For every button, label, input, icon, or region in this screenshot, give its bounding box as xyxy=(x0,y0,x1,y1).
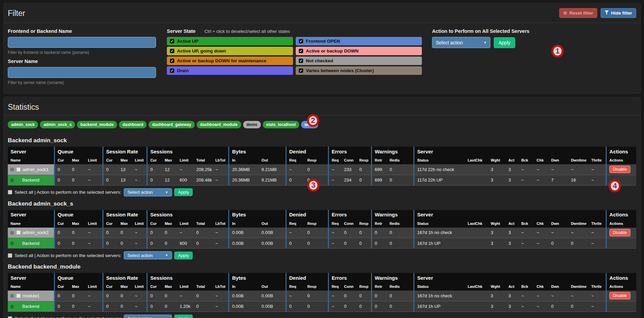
stat-cell: 233 xyxy=(341,164,356,175)
stat-cell: ~ xyxy=(132,175,147,185)
server-state-toggle-label: Active UP, going down xyxy=(177,48,226,54)
stat-cell: 0 xyxy=(147,164,162,175)
column-subheader: Cur xyxy=(147,219,162,228)
action-select[interactable]: Select action ▼ xyxy=(432,37,490,48)
server-state-toggle[interactable]: ✓Active or backup DOWN xyxy=(296,47,422,55)
row-checkbox[interactable] xyxy=(16,167,21,172)
stat-cell xyxy=(465,238,488,249)
row-apply-button[interactable]: Apply xyxy=(174,252,193,259)
expand-icon[interactable]: ⊞ xyxy=(10,293,14,298)
backend-badge[interactable]: stats_localhost xyxy=(263,121,299,128)
stat-cell: 0.00B xyxy=(229,291,259,301)
stat-cell: ~ xyxy=(132,301,147,312)
column-subheader: Dwntime xyxy=(568,156,588,164)
column-subheader: Cur xyxy=(103,156,118,164)
backend-heading: Backend admin_sock_s xyxy=(8,200,636,207)
backend-badge[interactable]: dashboard_module xyxy=(197,121,241,128)
column-subheader: Total xyxy=(194,219,213,228)
server-name-label: Backend xyxy=(22,304,45,309)
disable-button[interactable]: Disable xyxy=(609,292,630,299)
expand-icon[interactable]: ⊞ xyxy=(10,177,14,183)
pxname-help: Filter by frontend or backend name (pxna… xyxy=(8,50,156,55)
stats-table: ServerQueueSession RateSessionsBytesDeni… xyxy=(8,210,636,249)
column-subheader: Act xyxy=(506,282,519,291)
column-group-header: Errors xyxy=(328,210,371,219)
column-group-header: Server xyxy=(414,273,606,282)
expand-icon[interactable]: ⊞ xyxy=(10,230,14,235)
reset-filter-button[interactable]: ⊘ Reset filter xyxy=(559,8,597,18)
expand-icon[interactable]: ⊞ xyxy=(10,304,14,309)
row-action-select[interactable]: Select action▼ xyxy=(124,188,172,196)
server-state-toggle-label: Active UP xyxy=(177,39,198,44)
actions-cell xyxy=(606,238,636,249)
row-action-select[interactable]: Select action▼ xyxy=(124,315,172,318)
server-state-toggle[interactable]: ✓Drain xyxy=(167,66,293,75)
expand-icon[interactable]: ⊞ xyxy=(10,167,14,172)
row-checkbox[interactable] xyxy=(16,294,21,298)
stat-cell: ~ xyxy=(519,301,534,312)
column-group-header: Server xyxy=(414,147,606,156)
stat-cell: 20.36MB xyxy=(229,175,259,185)
stat-cell: 0 xyxy=(69,291,85,301)
backend-badge[interactable]: backend_module xyxy=(77,121,117,128)
backend-badge[interactable]: admin_sock_s xyxy=(40,121,75,128)
server-state-toggle-label: Drain xyxy=(177,68,189,73)
server-state-toggle[interactable]: ✓Active or backup DOWN for maintenance xyxy=(167,57,293,65)
stat-cell: 0 xyxy=(305,164,328,175)
column-subheader: LastChk xyxy=(465,219,488,228)
hide-filter-button[interactable]: Hide filter xyxy=(601,8,636,18)
stat-cell: 0 xyxy=(387,175,414,185)
column-subheader: Out xyxy=(259,282,286,291)
backend-badge[interactable]: demo xyxy=(243,121,261,128)
server-state-toggle[interactable]: ✓Active UP, going down xyxy=(167,47,293,55)
server-state-toggle[interactable]: ✓Frontend OPEN xyxy=(296,37,422,45)
select-all-checkbox[interactable] xyxy=(8,253,12,258)
column-subheader: Out xyxy=(259,156,286,164)
server-state-toggle[interactable]: ✓Varies between nodes (Cluster) xyxy=(296,66,422,75)
column-subheader: Retr xyxy=(372,156,387,164)
server-name-label: admin_sock1 xyxy=(23,167,49,172)
row-apply-button[interactable]: Apply xyxy=(174,188,193,196)
backend-section: Backend backend_moduleServerQueueSession… xyxy=(8,263,636,318)
disable-button[interactable]: Disable xyxy=(609,229,630,236)
stat-cell: ~ xyxy=(568,228,588,238)
apply-button[interactable]: Apply xyxy=(494,37,515,48)
stat-cell: 0 xyxy=(103,228,118,238)
stat-cell: 0 xyxy=(387,228,414,238)
select-all-checkbox[interactable] xyxy=(8,316,12,318)
column-group-header: Sessions xyxy=(147,273,229,282)
stat-cell: 208.48k xyxy=(194,175,213,185)
column-subheader: Limit xyxy=(132,282,147,291)
column-group-header: Server xyxy=(8,273,54,282)
server-name-inner: ⊞Backend xyxy=(10,177,52,183)
chevron-down-icon: ▼ xyxy=(165,317,168,318)
stat-cell: ~ xyxy=(328,291,341,301)
pxname-input[interactable] xyxy=(8,37,156,48)
row-apply-button[interactable]: Apply xyxy=(174,315,193,318)
stat-cell: 0.00B xyxy=(259,291,286,301)
backend-badge[interactable]: dashboard xyxy=(119,121,147,128)
stat-cell: 0 xyxy=(162,228,177,238)
stat-cell: 0 xyxy=(118,301,132,312)
stat-cell: ~ xyxy=(177,164,194,175)
action-select-value: Select action xyxy=(436,40,463,45)
column-subheader: Max xyxy=(118,219,132,228)
stat-cell: 0 xyxy=(341,228,356,238)
select-all-checkbox[interactable] xyxy=(8,190,12,194)
backend-badge[interactable]: admin_sock xyxy=(8,121,38,128)
stat-cell: 0 xyxy=(69,175,85,185)
row-action-select[interactable]: Select action▼ xyxy=(124,251,172,259)
stat-cell: 0 xyxy=(387,291,414,301)
column-group-header: Session Rate xyxy=(103,273,147,282)
column-subheader: Actions xyxy=(606,156,636,164)
backend-badge[interactable]: dashboard_gateway xyxy=(149,121,194,128)
backend-heading: Backend backend_module xyxy=(8,263,636,270)
disable-button[interactable]: Disable xyxy=(609,166,630,173)
stat-cell: 0 xyxy=(286,175,305,185)
server-state-toggle[interactable]: ✓Active UP xyxy=(167,37,293,45)
row-checkbox[interactable] xyxy=(16,230,21,235)
stat-cell: 0 xyxy=(194,228,213,238)
expand-icon[interactable]: ⊞ xyxy=(10,240,14,246)
server-state-toggle[interactable]: ✓Not checked xyxy=(296,57,422,65)
svname-input[interactable] xyxy=(8,67,156,78)
